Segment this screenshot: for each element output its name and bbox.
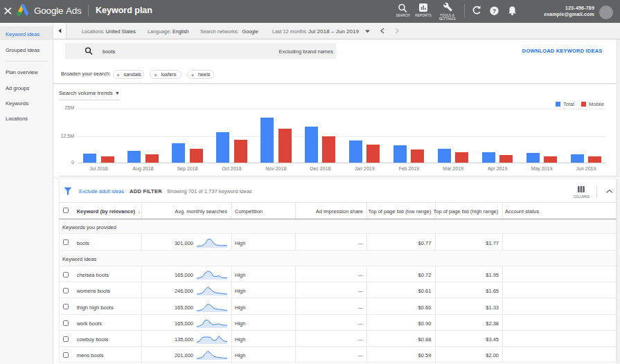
svg-text:?: ?: [493, 8, 497, 15]
